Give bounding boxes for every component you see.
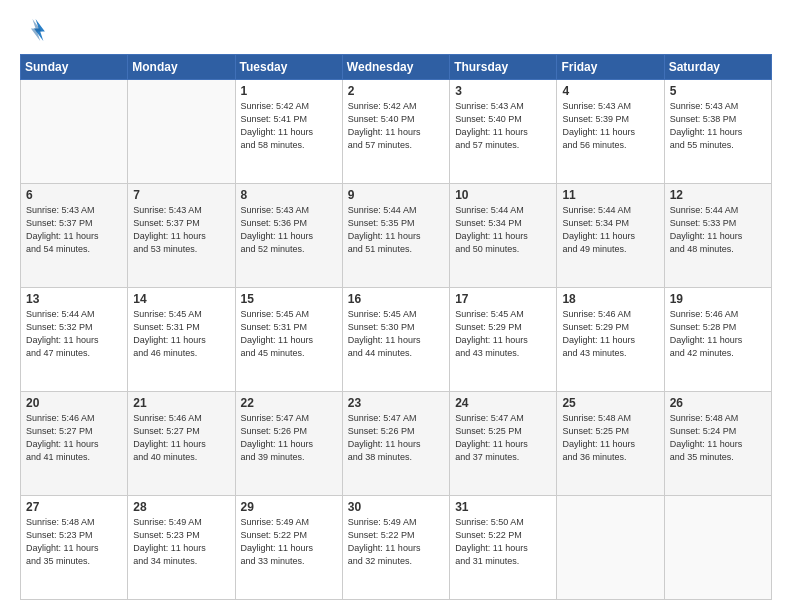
calendar-cell: 8Sunrise: 5:43 AM Sunset: 5:36 PM Daylig… <box>235 184 342 288</box>
day-info: Sunrise: 5:45 AM Sunset: 5:31 PM Dayligh… <box>241 308 337 360</box>
weekday-header-monday: Monday <box>128 55 235 80</box>
calendar-cell: 18Sunrise: 5:46 AM Sunset: 5:29 PM Dayli… <box>557 288 664 392</box>
day-info: Sunrise: 5:47 AM Sunset: 5:26 PM Dayligh… <box>241 412 337 464</box>
day-info: Sunrise: 5:50 AM Sunset: 5:22 PM Dayligh… <box>455 516 551 568</box>
calendar-cell: 10Sunrise: 5:44 AM Sunset: 5:34 PM Dayli… <box>450 184 557 288</box>
day-number: 10 <box>455 188 551 202</box>
calendar-cell: 12Sunrise: 5:44 AM Sunset: 5:33 PM Dayli… <box>664 184 771 288</box>
day-info: Sunrise: 5:46 AM Sunset: 5:27 PM Dayligh… <box>133 412 229 464</box>
day-info: Sunrise: 5:44 AM Sunset: 5:32 PM Dayligh… <box>26 308 122 360</box>
calendar-cell: 7Sunrise: 5:43 AM Sunset: 5:37 PM Daylig… <box>128 184 235 288</box>
week-row-1: 1Sunrise: 5:42 AM Sunset: 5:41 PM Daylig… <box>21 80 772 184</box>
day-info: Sunrise: 5:45 AM Sunset: 5:30 PM Dayligh… <box>348 308 444 360</box>
calendar-cell: 17Sunrise: 5:45 AM Sunset: 5:29 PM Dayli… <box>450 288 557 392</box>
day-info: Sunrise: 5:45 AM Sunset: 5:31 PM Dayligh… <box>133 308 229 360</box>
week-row-5: 27Sunrise: 5:48 AM Sunset: 5:23 PM Dayli… <box>21 496 772 600</box>
logo <box>20 16 52 44</box>
day-number: 4 <box>562 84 658 98</box>
calendar-cell: 15Sunrise: 5:45 AM Sunset: 5:31 PM Dayli… <box>235 288 342 392</box>
calendar-cell <box>664 496 771 600</box>
day-info: Sunrise: 5:49 AM Sunset: 5:22 PM Dayligh… <box>241 516 337 568</box>
day-info: Sunrise: 5:44 AM Sunset: 5:34 PM Dayligh… <box>455 204 551 256</box>
day-number: 18 <box>562 292 658 306</box>
calendar-cell: 14Sunrise: 5:45 AM Sunset: 5:31 PM Dayli… <box>128 288 235 392</box>
weekday-header-saturday: Saturday <box>664 55 771 80</box>
calendar-cell: 11Sunrise: 5:44 AM Sunset: 5:34 PM Dayli… <box>557 184 664 288</box>
day-info: Sunrise: 5:45 AM Sunset: 5:29 PM Dayligh… <box>455 308 551 360</box>
calendar-cell: 28Sunrise: 5:49 AM Sunset: 5:23 PM Dayli… <box>128 496 235 600</box>
day-number: 17 <box>455 292 551 306</box>
day-number: 23 <box>348 396 444 410</box>
calendar-cell: 26Sunrise: 5:48 AM Sunset: 5:24 PM Dayli… <box>664 392 771 496</box>
day-info: Sunrise: 5:47 AM Sunset: 5:26 PM Dayligh… <box>348 412 444 464</box>
calendar-cell: 21Sunrise: 5:46 AM Sunset: 5:27 PM Dayli… <box>128 392 235 496</box>
day-number: 6 <box>26 188 122 202</box>
day-info: Sunrise: 5:42 AM Sunset: 5:40 PM Dayligh… <box>348 100 444 152</box>
calendar-cell: 31Sunrise: 5:50 AM Sunset: 5:22 PM Dayli… <box>450 496 557 600</box>
day-number: 5 <box>670 84 766 98</box>
day-info: Sunrise: 5:43 AM Sunset: 5:37 PM Dayligh… <box>133 204 229 256</box>
day-number: 13 <box>26 292 122 306</box>
day-number: 24 <box>455 396 551 410</box>
header <box>20 16 772 44</box>
day-info: Sunrise: 5:48 AM Sunset: 5:25 PM Dayligh… <box>562 412 658 464</box>
day-info: Sunrise: 5:46 AM Sunset: 5:27 PM Dayligh… <box>26 412 122 464</box>
day-number: 30 <box>348 500 444 514</box>
calendar-cell: 3Sunrise: 5:43 AM Sunset: 5:40 PM Daylig… <box>450 80 557 184</box>
calendar-cell: 9Sunrise: 5:44 AM Sunset: 5:35 PM Daylig… <box>342 184 449 288</box>
day-info: Sunrise: 5:49 AM Sunset: 5:23 PM Dayligh… <box>133 516 229 568</box>
calendar-cell: 2Sunrise: 5:42 AM Sunset: 5:40 PM Daylig… <box>342 80 449 184</box>
day-number: 21 <box>133 396 229 410</box>
calendar-cell: 5Sunrise: 5:43 AM Sunset: 5:38 PM Daylig… <box>664 80 771 184</box>
week-row-2: 6Sunrise: 5:43 AM Sunset: 5:37 PM Daylig… <box>21 184 772 288</box>
calendar-cell: 24Sunrise: 5:47 AM Sunset: 5:25 PM Dayli… <box>450 392 557 496</box>
week-row-3: 13Sunrise: 5:44 AM Sunset: 5:32 PM Dayli… <box>21 288 772 392</box>
weekday-header-thursday: Thursday <box>450 55 557 80</box>
day-number: 20 <box>26 396 122 410</box>
day-info: Sunrise: 5:46 AM Sunset: 5:29 PM Dayligh… <box>562 308 658 360</box>
calendar-table: SundayMondayTuesdayWednesdayThursdayFrid… <box>20 54 772 600</box>
day-number: 28 <box>133 500 229 514</box>
day-info: Sunrise: 5:46 AM Sunset: 5:28 PM Dayligh… <box>670 308 766 360</box>
calendar-cell: 22Sunrise: 5:47 AM Sunset: 5:26 PM Dayli… <box>235 392 342 496</box>
calendar-cell: 4Sunrise: 5:43 AM Sunset: 5:39 PM Daylig… <box>557 80 664 184</box>
day-info: Sunrise: 5:43 AM Sunset: 5:40 PM Dayligh… <box>455 100 551 152</box>
page: SundayMondayTuesdayWednesdayThursdayFrid… <box>0 0 792 612</box>
day-info: Sunrise: 5:42 AM Sunset: 5:41 PM Dayligh… <box>241 100 337 152</box>
calendar-cell: 20Sunrise: 5:46 AM Sunset: 5:27 PM Dayli… <box>21 392 128 496</box>
day-number: 31 <box>455 500 551 514</box>
calendar-cell: 23Sunrise: 5:47 AM Sunset: 5:26 PM Dayli… <box>342 392 449 496</box>
calendar-cell: 6Sunrise: 5:43 AM Sunset: 5:37 PM Daylig… <box>21 184 128 288</box>
day-number: 16 <box>348 292 444 306</box>
week-row-4: 20Sunrise: 5:46 AM Sunset: 5:27 PM Dayli… <box>21 392 772 496</box>
calendar-cell: 30Sunrise: 5:49 AM Sunset: 5:22 PM Dayli… <box>342 496 449 600</box>
day-number: 27 <box>26 500 122 514</box>
day-number: 3 <box>455 84 551 98</box>
calendar-cell: 13Sunrise: 5:44 AM Sunset: 5:32 PM Dayli… <box>21 288 128 392</box>
svg-marker-1 <box>31 19 42 41</box>
weekday-header-tuesday: Tuesday <box>235 55 342 80</box>
day-info: Sunrise: 5:47 AM Sunset: 5:25 PM Dayligh… <box>455 412 551 464</box>
day-number: 8 <box>241 188 337 202</box>
calendar-cell <box>21 80 128 184</box>
day-number: 22 <box>241 396 337 410</box>
calendar-cell: 27Sunrise: 5:48 AM Sunset: 5:23 PM Dayli… <box>21 496 128 600</box>
day-number: 29 <box>241 500 337 514</box>
day-info: Sunrise: 5:44 AM Sunset: 5:33 PM Dayligh… <box>670 204 766 256</box>
calendar-cell: 25Sunrise: 5:48 AM Sunset: 5:25 PM Dayli… <box>557 392 664 496</box>
weekday-header-friday: Friday <box>557 55 664 80</box>
weekday-header-row: SundayMondayTuesdayWednesdayThursdayFrid… <box>21 55 772 80</box>
calendar-cell: 29Sunrise: 5:49 AM Sunset: 5:22 PM Dayli… <box>235 496 342 600</box>
logo-icon <box>20 16 48 44</box>
day-number: 12 <box>670 188 766 202</box>
day-number: 1 <box>241 84 337 98</box>
day-info: Sunrise: 5:43 AM Sunset: 5:36 PM Dayligh… <box>241 204 337 256</box>
day-number: 2 <box>348 84 444 98</box>
calendar-cell: 19Sunrise: 5:46 AM Sunset: 5:28 PM Dayli… <box>664 288 771 392</box>
day-info: Sunrise: 5:44 AM Sunset: 5:34 PM Dayligh… <box>562 204 658 256</box>
day-number: 26 <box>670 396 766 410</box>
calendar-cell: 16Sunrise: 5:45 AM Sunset: 5:30 PM Dayli… <box>342 288 449 392</box>
day-info: Sunrise: 5:48 AM Sunset: 5:23 PM Dayligh… <box>26 516 122 568</box>
day-number: 11 <box>562 188 658 202</box>
weekday-header-sunday: Sunday <box>21 55 128 80</box>
